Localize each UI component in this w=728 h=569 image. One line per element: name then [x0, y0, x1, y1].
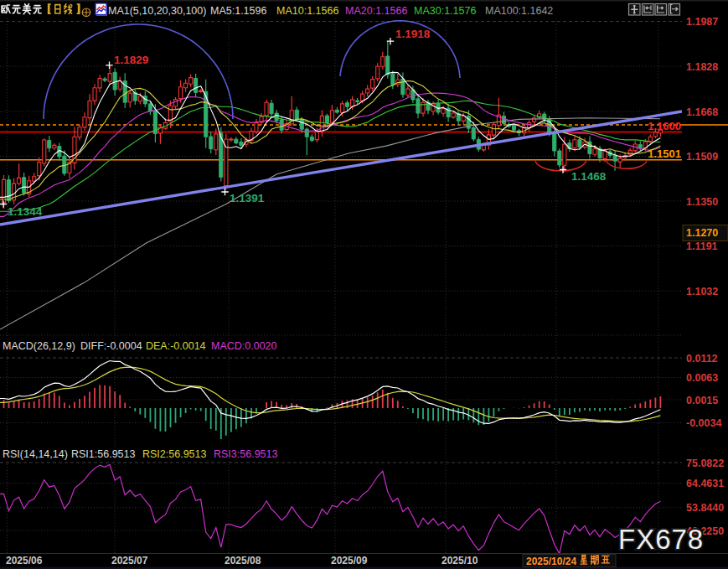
svg-text:MA30:1.1576: MA30:1.1576 — [414, 5, 476, 17]
svg-text:0.0063: 0.0063 — [686, 372, 718, 384]
svg-text:1.1501: 1.1501 — [648, 147, 681, 160]
svg-text:75.0822: 75.0822 — [686, 458, 724, 469]
svg-text:RSI2:56.9513: RSI2:56.9513 — [142, 448, 206, 460]
svg-text:1.1918: 1.1918 — [395, 28, 431, 40]
svg-text:2025/06: 2025/06 — [6, 555, 43, 566]
svg-text:1.1829: 1.1829 — [114, 54, 148, 66]
svg-text:2025/10: 2025/10 — [441, 555, 478, 566]
svg-text:0.0015: 0.0015 — [686, 395, 718, 406]
svg-text:2025/08: 2025/08 — [225, 555, 261, 566]
svg-text:64.4631: 64.4631 — [686, 478, 724, 489]
svg-text:FX678: FX678 — [618, 524, 704, 555]
svg-text:1.1600: 1.1600 — [648, 120, 681, 132]
svg-text:1.1509: 1.1509 — [686, 151, 718, 163]
svg-text:2025/10/24: 2025/10/24 — [526, 556, 576, 567]
svg-text:RSI1:56.9513: RSI1:56.9513 — [71, 448, 135, 460]
svg-text:1.1391: 1.1391 — [230, 192, 265, 204]
svg-text:MA1(5,10,20,30,100): MA1(5,10,20,30,100) — [108, 5, 206, 17]
svg-text:2025/09: 2025/09 — [331, 555, 368, 566]
svg-text:MA10:1.1566: MA10:1.1566 — [276, 5, 338, 17]
svg-text:0.0112: 0.0112 — [686, 353, 718, 365]
svg-text:MACD:0.0020: MACD:0.0020 — [211, 340, 277, 352]
svg-text:RSI(14,14,14): RSI(14,14,14) — [3, 448, 68, 460]
svg-text:MACD(26,12,9): MACD(26,12,9) — [3, 340, 75, 352]
svg-text:1.1270: 1.1270 — [686, 227, 718, 239]
svg-text:MA5:1.1596: MA5:1.1596 — [210, 5, 266, 17]
svg-text:DEA:-0.0014: DEA:-0.0014 — [146, 340, 206, 352]
svg-text:MA100:1.1642: MA100:1.1642 — [485, 5, 553, 17]
svg-text:RSI3:56.9513: RSI3:56.9513 — [214, 448, 277, 460]
svg-text:1.1350: 1.1350 — [686, 196, 718, 208]
svg-text:2025/07: 2025/07 — [111, 555, 148, 566]
svg-text:1.1344: 1.1344 — [8, 205, 43, 218]
svg-text:-0.0034: -0.0034 — [686, 417, 721, 429]
svg-text:1.1032: 1.1032 — [686, 286, 718, 297]
svg-text:1.1668: 1.1668 — [686, 106, 718, 118]
svg-text:1.1468: 1.1468 — [571, 170, 607, 183]
svg-text:1.1828: 1.1828 — [686, 61, 718, 73]
svg-text:1.1987: 1.1987 — [686, 16, 718, 28]
svg-text:1.1191: 1.1191 — [686, 241, 718, 252]
svg-text:DIFF:-0.0004: DIFF:-0.0004 — [80, 340, 142, 352]
svg-text:53.8440: 53.8440 — [686, 502, 724, 514]
svg-text:MA20:1.1566: MA20:1.1566 — [345, 5, 407, 17]
